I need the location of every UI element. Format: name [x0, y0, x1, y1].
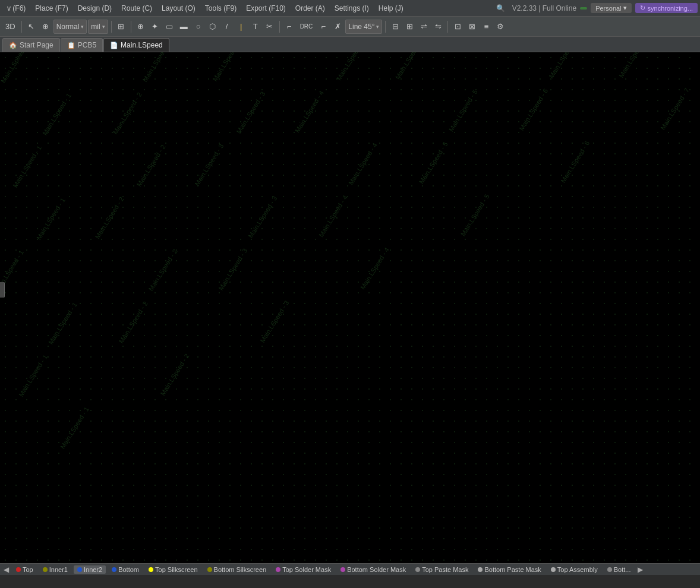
align-button[interactable]: ⊞ — [403, 19, 416, 34]
personal-button[interactable]: Personal ▾ — [591, 3, 631, 13]
layer-bottom-paste-mask-label: Bottom Paste Mask — [484, 566, 541, 573]
menu-design[interactable]: Design (D) — [73, 2, 116, 15]
scissors-button[interactable]: ✂ — [263, 19, 276, 34]
rect-fill-button[interactable]: ▬ — [177, 19, 191, 34]
layer-bottom-paste-mask[interactable]: Bottom Paste Mask — [474, 565, 544, 574]
layer-inner1-dot — [43, 567, 48, 572]
layer-bottom-silkscreen[interactable]: Bottom Silkscreen — [204, 565, 270, 574]
menu-layout[interactable]: Layout (O) — [157, 2, 200, 15]
unit-dropdown[interactable]: mil ▾ — [88, 20, 108, 34]
text-button[interactable]: T — [249, 19, 262, 34]
menu-tools[interactable]: Tools (F9) — [200, 2, 241, 15]
start-page-label: Start Page — [20, 41, 53, 49]
via-button[interactable]: ⊕ — [134, 19, 147, 34]
menu-help[interactable]: Help (J) — [374, 2, 408, 15]
pcb5-label: PCB5 — [78, 41, 96, 49]
personal-label: Personal — [595, 5, 621, 12]
layer-bottom-assembly-dot — [607, 567, 612, 572]
toolbar-separator-5 — [385, 21, 386, 33]
cursor-tool[interactable]: | — [235, 19, 248, 34]
line-button[interactable]: / — [220, 19, 234, 34]
sync-badge: ↻ synchronizing... — [635, 3, 698, 13]
menu-bar: v (F6) Place (F7) Design (D) Route (C) L… — [0, 0, 700, 17]
layer-inner1[interactable]: Inner1 — [39, 565, 71, 574]
layer-top-paste-mask-label: Top Paste Mask — [422, 566, 468, 573]
line-angle-dropdown[interactable]: Line 45° ▾ — [345, 20, 382, 34]
line-angle-label: Line 45° — [348, 23, 374, 31]
layer-select-button[interactable]: ⊟ — [389, 19, 402, 34]
layer-top-solder-mask[interactable]: Top Solder Mask — [272, 565, 335, 574]
polygon-button[interactable]: ⬡ — [206, 19, 219, 34]
main-lspeed-icon: 📄 — [110, 42, 118, 49]
layer-bottom[interactable]: Bottom — [108, 565, 143, 574]
layer-bottom-solder-mask-label: Bottom Solder Mask — [347, 566, 406, 573]
menu-route[interactable]: Route (C) — [116, 2, 157, 15]
mode-label: Normal — [56, 23, 80, 31]
pcb5-icon: 📋 — [67, 42, 75, 49]
select-tool-button[interactable]: ↖ — [25, 19, 38, 34]
mode-dropdown-arrow: ▾ — [81, 24, 84, 30]
layer-bottom-solder-mask-dot — [340, 567, 345, 572]
layer-top-assembly[interactable]: Top Assembly — [547, 565, 601, 574]
netlist-button[interactable]: ≡ — [480, 19, 493, 34]
toolbar-separator-2 — [111, 21, 112, 33]
main-lspeed-label: Main.LSpeed — [121, 41, 163, 49]
layer-top-assembly-dot — [551, 567, 556, 572]
menu-view[interactable]: v (F6) — [2, 2, 30, 15]
settings-button[interactable]: ⚙ — [494, 19, 507, 34]
point-button[interactable]: ✦ — [149, 19, 162, 34]
menu-place[interactable]: Place (F7) — [30, 2, 72, 15]
menu-export[interactable]: Export (F10) — [241, 2, 291, 15]
menu-settings[interactable]: Settings (I) — [330, 2, 374, 15]
layer-top-label: Top — [23, 566, 33, 573]
grid-button[interactable]: ⊞ — [115, 19, 128, 34]
circle-button[interactable]: ○ — [192, 19, 205, 34]
layer-bottom-solder-mask[interactable]: Bottom Solder Mask — [337, 565, 409, 574]
mirror-button[interactable]: ⇋ — [431, 19, 444, 34]
route-button[interactable]: ⌐ — [283, 19, 296, 34]
unit-dropdown-arrow: ▾ — [102, 24, 105, 30]
rect-button[interactable]: ▭ — [163, 19, 176, 34]
layer-inner2-label: Inner2 — [84, 566, 102, 573]
tab-pcb5[interactable]: 📋 PCB5 — [61, 38, 103, 52]
drc-button[interactable]: DRC — [297, 19, 316, 34]
toolbar: 3D ↖ ⊕ Normal ▾ mil ▾ ⊞ ⊕ ✦ ▭ ▬ ○ ⬡ / | … — [0, 17, 700, 37]
layer-top-assembly-label: Top Assembly — [557, 566, 598, 573]
layer-bottom-paste-mask-dot — [478, 567, 483, 572]
left-scroll-indicator — [0, 282, 5, 298]
layer-scroll-right[interactable]: ▶ — [636, 565, 644, 574]
layer-bottom-dot — [112, 567, 116, 572]
sync-icon: ↻ — [640, 4, 645, 12]
layer-bottom-silkscreen-label: Bottom Silkscreen — [214, 566, 267, 573]
toolbar-separator-1 — [21, 21, 22, 33]
point-tool-button[interactable]: ⊕ — [39, 19, 52, 34]
flip-button[interactable]: ⇌ — [417, 19, 430, 34]
layer-inner1-label: Inner1 — [49, 566, 68, 573]
canvas-area[interactable]: Main.LSpeed - 1 Main.LSpeed - 2 Main.LSp… — [0, 52, 700, 563]
layer-top-silkscreen-dot — [149, 567, 153, 572]
search-button[interactable]: 🔍 — [493, 3, 509, 14]
layer-inner2-dot — [77, 567, 82, 572]
layer-scroll-left[interactable]: ◀ — [2, 565, 10, 574]
start-page-icon: 🏠 — [9, 42, 17, 49]
import-button[interactable]: ⊡ — [451, 19, 464, 34]
layer-top-dot — [16, 567, 21, 572]
layer-top[interactable]: Top — [12, 565, 37, 574]
layer-inner2[interactable]: Inner2 — [74, 565, 106, 574]
3d-button[interactable]: 3D — [2, 19, 18, 34]
copper-button[interactable]: ✗ — [331, 19, 344, 34]
layer-top-solder-mask-label: Top Solder Mask — [282, 566, 331, 573]
online-badge — [580, 7, 587, 10]
menu-order[interactable]: Order (A) — [291, 2, 330, 15]
layer-top-solder-mask-dot — [276, 567, 280, 572]
tab-start-page[interactable]: 🏠 Start Page — [2, 38, 60, 52]
sync-label: synchronizing... — [648, 5, 693, 12]
corner-button[interactable]: ⌐ — [317, 19, 330, 34]
layer-bottom-assembly[interactable]: Bott... — [604, 565, 635, 574]
layer-top-silkscreen[interactable]: Top Silkscreen — [145, 565, 201, 574]
layer-top-paste-mask-dot — [415, 567, 420, 572]
layer-top-paste-mask[interactable]: Top Paste Mask — [412, 565, 472, 574]
tab-main-lspeed[interactable]: 📄 Main.LSpeed — [103, 38, 169, 52]
footprint-button[interactable]: ⊠ — [465, 19, 478, 34]
mode-dropdown[interactable]: Normal ▾ — [53, 20, 87, 34]
